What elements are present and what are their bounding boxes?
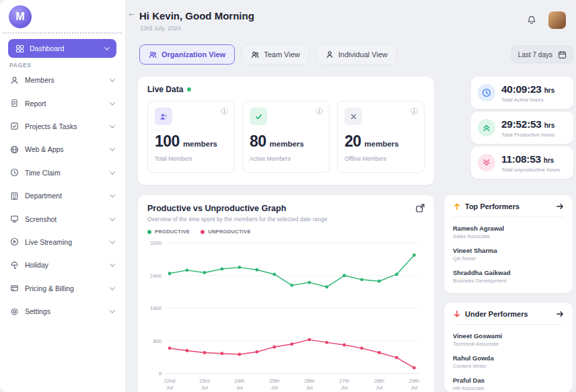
page-title: Hi Kevin, Good Morning (139, 10, 254, 22)
tab-team-view[interactable]: Team View (242, 44, 310, 65)
member-count: 80 (250, 132, 266, 151)
sidebar-divider (2, 32, 122, 34)
clock-icon (478, 84, 495, 102)
performer-row[interactable]: Vineet Goswami Technical Associate (453, 332, 564, 347)
chevrons-up-glyph (482, 123, 491, 132)
tab-label: Organization View (161, 50, 225, 58)
sidebar-item-report[interactable]: Report (0, 91, 125, 114)
x-tick-label: Jul (166, 385, 173, 391)
performer-role: HR Associate (453, 385, 564, 391)
tab-label: Individual View (338, 50, 388, 58)
chevrons-down-icon (478, 154, 495, 171)
tab-individual-view[interactable]: Individual View (316, 44, 397, 65)
hours-value: 29:52:53 (501, 118, 542, 130)
chevron-down-icon (110, 238, 115, 243)
total-unproductive-hours-card: 11:08:53 hrs Total unproductive hours (471, 147, 573, 179)
sidebar-item-label: Settings (25, 307, 50, 315)
performer-row[interactable]: Shraddha Gaikwad Business Development (453, 269, 564, 284)
performer-row[interactable]: Vineet Sharma QA Tester (453, 247, 564, 262)
members-group-glyph (159, 112, 168, 120)
top-performers-card: Top Performers Ramesh Agrawal Sales Asso… (444, 195, 573, 293)
live-status-dot (187, 87, 191, 91)
date-range-filter[interactable]: Last 7 days (511, 46, 573, 63)
chart-point (220, 352, 223, 355)
chevron-down-icon (110, 100, 115, 105)
sidebar-item-settings[interactable]: Settings (0, 300, 125, 323)
bell-icon (526, 15, 537, 26)
y-tick-label: 0 (159, 370, 162, 377)
projects-tasks-icon (10, 122, 19, 130)
legend-item-productive: PRODUCTIVE (147, 229, 190, 235)
sidebar-item-projects-tasks[interactable]: Projects & Tasks (0, 115, 125, 138)
member-count-row: 80 members (250, 132, 322, 151)
chart-point (290, 342, 293, 346)
chart-point (343, 274, 346, 277)
active-members-card: 80 members Active Members (242, 101, 330, 173)
view-all-under-performers-button[interactable] (556, 310, 564, 318)
hours-label: Total Active hours (501, 97, 554, 103)
performer-name: Vineet Sharma (453, 247, 564, 254)
chevrons-up-icon (478, 119, 495, 136)
hours-value: 40:09:23 (501, 83, 542, 95)
view-all-top-performers-button[interactable] (556, 202, 564, 210)
individual-icon (326, 50, 334, 58)
chevron-down-icon (110, 77, 115, 82)
tab-label: Team View (264, 50, 300, 58)
export-button[interactable] (415, 203, 425, 213)
logo-letter: M (15, 11, 24, 23)
under-performers-title: Under Performers (465, 310, 528, 318)
sidebar-item-department[interactable]: Department (0, 184, 125, 207)
chart-point (290, 284, 293, 287)
info-icon[interactable] (316, 108, 323, 115)
member-count: 100 (155, 132, 180, 151)
app-logo[interactable]: M (9, 5, 32, 28)
chevron-down-icon (110, 215, 115, 221)
header-date: 23rd July, 2024 (140, 25, 181, 32)
sidebar-item-label: Pricing & Billing (25, 284, 74, 292)
info-icon[interactable] (221, 108, 228, 115)
sidebar-item-screenshot[interactable]: Screnshot (0, 207, 125, 230)
y-tick-label: 2400 (150, 273, 162, 279)
series-line (170, 255, 414, 286)
x-tick-label: 22nd (164, 378, 175, 384)
sidebar-item-time-claim[interactable]: Time Claim (0, 161, 125, 184)
chevron-down-icon (110, 307, 115, 313)
x-tick-label: 28th (374, 378, 384, 384)
sidebar: M Dashboard PAGES Members Report (0, 0, 125, 392)
tab-organization-view[interactable]: Organization View (139, 44, 235, 65)
chart-point (186, 349, 189, 352)
sidebar-item-members[interactable]: Members (0, 69, 125, 91)
x-tick-label: 23rd (199, 378, 210, 384)
chart-point (220, 268, 223, 271)
sidebar-item-pricing-billing[interactable]: Pricing & Billing (0, 277, 125, 300)
hour-stat-body: 29:52:53 hrs Total Productive hours (501, 118, 554, 138)
x-tick-label: Jul (306, 385, 313, 391)
members-group-icon (155, 108, 172, 125)
graph-subtitle: Overview of the time spent by the member… (147, 216, 425, 223)
sidebar-item-web-apps[interactable]: Web & Apps (0, 138, 125, 161)
view-tabs: Organization View Team View Individual V… (139, 44, 397, 65)
performer-row[interactable]: Rahul Gowda Content Writer (453, 354, 564, 369)
chart-point (325, 285, 328, 288)
avatar[interactable] (548, 11, 566, 29)
sidebar-item-dashboard[interactable]: Dashboard (8, 39, 116, 58)
chevron-down-icon (110, 169, 115, 174)
arrow-down-icon (453, 310, 461, 318)
total-active-hours-card: 40:09:23 hrs Total Active hours (471, 77, 573, 109)
performer-row[interactable]: Ramesh Agrawal Sales Associate (453, 225, 564, 239)
chevron-down-icon (110, 262, 115, 267)
x-tick-label: 29th (409, 378, 419, 384)
x-tick-label: Jul (201, 385, 208, 391)
sidebar-item-holiday[interactable]: Holiday (0, 253, 125, 276)
info-icon[interactable] (410, 108, 418, 115)
chart-point (273, 273, 276, 276)
chevron-down-icon (110, 122, 115, 128)
collapse-sidebar-button[interactable]: ← (127, 8, 136, 18)
arrow-right-icon (556, 310, 564, 318)
time-claim-icon (10, 168, 19, 177)
pages-section-label: PAGES (9, 62, 32, 69)
member-count: 20 (345, 132, 361, 151)
performer-row[interactable]: Praful Das HR Associate (453, 377, 564, 391)
notifications-button[interactable] (526, 15, 537, 28)
sidebar-item-live-streaming[interactable]: Live Streaming (0, 231, 125, 253)
